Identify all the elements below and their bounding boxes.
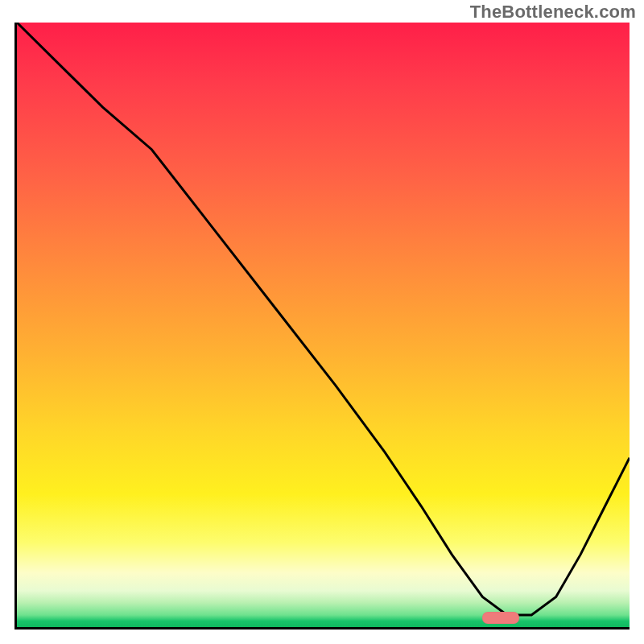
optimal-range-marker: [482, 612, 519, 624]
bottleneck-curve: [17, 23, 630, 627]
watermark-label: TheBottleneck.com: [470, 2, 636, 23]
chart-area: [14, 23, 630, 630]
